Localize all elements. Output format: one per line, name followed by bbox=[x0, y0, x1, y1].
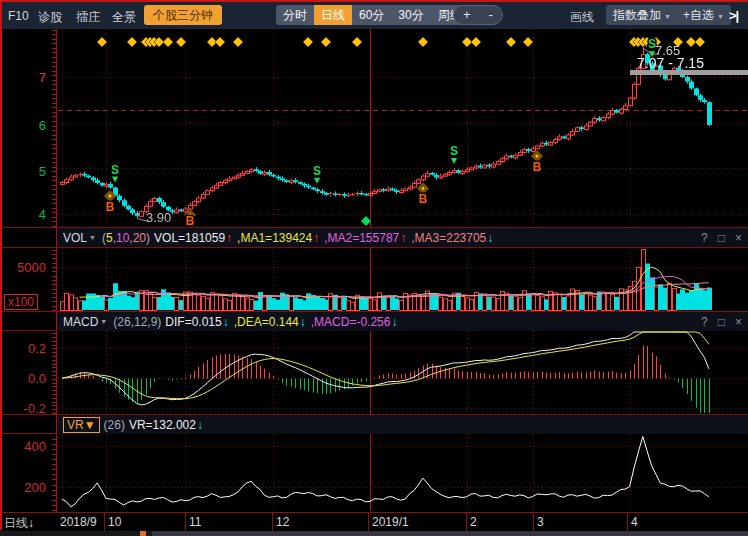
arrow-down-icon: ↓ bbox=[223, 315, 229, 329]
macd-hist-value: ,MACD=-0.256↓ bbox=[311, 315, 399, 329]
help-icon[interactable]: ? bbox=[701, 315, 708, 329]
zoom-in-button[interactable]: + bbox=[454, 6, 480, 24]
axis-tick bbox=[185, 513, 186, 531]
vol-value: VOL=181059↑ bbox=[154, 231, 233, 245]
axis-tick bbox=[272, 513, 273, 531]
vol-pane-header: VOL ▼ (5,10,20) VOL=181059↑ ,MA1=139424↑… bbox=[57, 228, 748, 247]
price-axis-label: 4 bbox=[4, 207, 46, 222]
chevron-down-icon: ▼ bbox=[89, 234, 96, 241]
window-left-border bbox=[0, 0, 2, 530]
maximize-icon[interactable]: □ bbox=[718, 315, 725, 329]
stock-chart-window: F10 诊股 擂庄 全景 个股三分钟 分时 日线 60分 30分 周线▼ + -… bbox=[0, 0, 748, 536]
close-icon[interactable]: × bbox=[735, 231, 742, 245]
tab-30min[interactable]: 30分 bbox=[391, 5, 430, 25]
macd-title: MACD bbox=[63, 315, 98, 329]
date-label: 11 bbox=[189, 515, 201, 529]
chevron-down-icon: ▼ bbox=[84, 418, 96, 432]
price-axis-label: 7 bbox=[4, 70, 46, 85]
macd-chart[interactable] bbox=[52, 331, 748, 414]
low-price-label: 3.90 bbox=[146, 210, 171, 225]
date-label: 3 bbox=[537, 515, 544, 529]
pane-window-icons: ? □ × bbox=[701, 228, 742, 247]
period-label[interactable]: 日线↓ bbox=[4, 515, 34, 532]
chart-scrollbar[interactable] bbox=[0, 531, 748, 536]
arrow-down-icon: ↓ bbox=[28, 516, 34, 530]
volume-chart[interactable] bbox=[52, 248, 748, 311]
price-axis-label: 5 bbox=[4, 164, 46, 179]
date-label: 12 bbox=[276, 515, 289, 529]
vr-value: VR=132.002↓ bbox=[129, 418, 204, 432]
help-icon[interactable]: ? bbox=[701, 231, 708, 245]
zoom-out-button[interactable]: - bbox=[480, 6, 502, 24]
top-toolbar: F10 诊股 擂庄 全景 个股三分钟 分时 日线 60分 30分 周线▼ + -… bbox=[0, 2, 748, 29]
vol-title: VOL bbox=[63, 231, 87, 245]
vr-chart[interactable] bbox=[52, 434, 748, 511]
macd-axis-label: 0.2 bbox=[4, 341, 46, 356]
collapse-panel-icon[interactable]: >| bbox=[729, 8, 738, 23]
vr-axis-label: 400 bbox=[4, 439, 46, 454]
draw-line-button[interactable]: 画线 bbox=[570, 9, 594, 26]
axis-tick bbox=[627, 513, 628, 531]
macd-dea-value: ,DEA=0.144↓ bbox=[234, 315, 307, 329]
zoom-control: + - bbox=[453, 5, 503, 25]
arrow-up-icon: ↑ bbox=[226, 231, 232, 245]
chevron-down-icon: ▼ bbox=[100, 318, 107, 325]
date-axis: 日线↓ 2018/9 10 11 12 2019/1 2 3 4 bbox=[0, 512, 748, 531]
axis-tick bbox=[533, 513, 534, 531]
arrow-up-icon: ↑ bbox=[313, 231, 319, 245]
macd-dif-value: DIF=0.015↓ bbox=[165, 315, 229, 329]
price-axis-label: 6 bbox=[4, 118, 46, 133]
vr-axis-label: 200 bbox=[4, 480, 46, 495]
vr-title: VR bbox=[67, 418, 84, 432]
volume-axis-label: 5000 bbox=[4, 260, 46, 275]
axis-tick bbox=[104, 513, 105, 531]
vol-ma3-value: ,MA3=223705↓ bbox=[411, 231, 494, 245]
stock-3min-button[interactable]: 个股三分钟 bbox=[144, 5, 222, 25]
arrow-down-icon: ↓ bbox=[197, 418, 203, 432]
macd-pane-header: MACD ▼ (26,12,9) DIF=0.015↓ ,DEA=0.144↓ … bbox=[57, 312, 748, 331]
macd-axis-label: 0.0 bbox=[4, 371, 46, 386]
add-favorite-button[interactable]: +自选▼ bbox=[676, 5, 731, 25]
close-icon[interactable]: × bbox=[735, 315, 742, 329]
maximize-icon[interactable]: □ bbox=[718, 231, 725, 245]
tab-intraday[interactable]: 分时 bbox=[276, 5, 314, 25]
date-label: 2018/9 bbox=[60, 515, 97, 529]
chevron-down-icon: ▼ bbox=[664, 13, 671, 20]
date-label: 4 bbox=[631, 515, 638, 529]
macd-axis-label: -0.2 bbox=[4, 401, 46, 416]
axis-tick bbox=[466, 513, 467, 531]
add-favorite-label: +自选 bbox=[683, 8, 714, 22]
vr-params: (26) bbox=[104, 418, 125, 432]
tab-60min[interactable]: 60分 bbox=[352, 5, 391, 25]
f10-button[interactable]: F10 bbox=[8, 9, 29, 23]
date-label: 2019/1 bbox=[372, 515, 409, 529]
vr-pane-header: VR ▼ (26) VR=132.002↓ bbox=[57, 415, 748, 434]
arrow-up-icon: ↑ bbox=[400, 231, 406, 245]
scrollbar-thumb[interactable] bbox=[152, 531, 748, 536]
panorama-button[interactable]: 全景 bbox=[112, 9, 136, 26]
date-label: 2 bbox=[470, 515, 477, 529]
window-top-border bbox=[0, 0, 748, 2]
index-overlay-label: 指数叠加 bbox=[613, 8, 661, 22]
vr-indicator-selector[interactable]: VR ▼ bbox=[63, 417, 100, 433]
volume-unit-label: x100 bbox=[4, 294, 38, 310]
period-tab-group: 分时 日线 60分 30分 周线▼ bbox=[276, 5, 477, 25]
vol-indicator-selector[interactable]: VOL ▼ bbox=[63, 231, 98, 245]
banker-button[interactable]: 擂庄 bbox=[76, 9, 100, 26]
date-label: 10 bbox=[108, 515, 121, 529]
vol-ma1-value: ,MA1=139424↑ bbox=[237, 231, 320, 245]
diagnose-button[interactable]: 诊股 bbox=[38, 9, 62, 26]
pane-window-icons: ? □ × bbox=[701, 312, 742, 331]
vol-params: (5,10,20) bbox=[102, 231, 150, 245]
macd-indicator-selector[interactable]: MACD ▼ bbox=[63, 315, 109, 329]
index-overlay-button[interactable]: 指数叠加▼ bbox=[606, 5, 678, 25]
chevron-down-icon: ▼ bbox=[717, 13, 724, 20]
tab-daily[interactable]: 日线 bbox=[314, 5, 352, 25]
price-range-label: 7.07 - 7.15 bbox=[637, 55, 704, 71]
divider bbox=[0, 247, 748, 248]
price-axis-line bbox=[56, 29, 57, 530]
arrow-down-icon: ↓ bbox=[300, 315, 306, 329]
macd-params: (26,12,9) bbox=[113, 315, 161, 329]
scrollbar-marker bbox=[140, 531, 146, 536]
axis-tick bbox=[368, 513, 369, 531]
